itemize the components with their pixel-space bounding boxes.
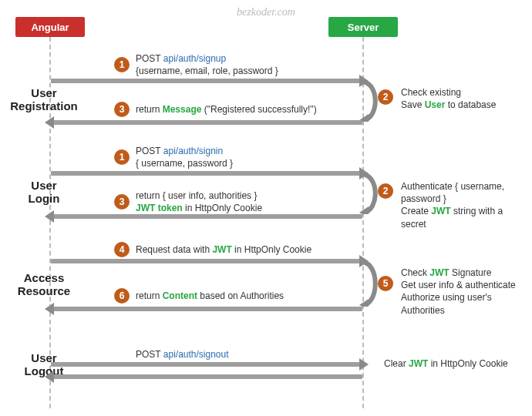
arrow-10-signout [51,362,362,367]
step-5-l2a: Create [401,206,431,216]
step-9-msg: return Content based on Authorities [136,290,359,302]
step-11-msg: Clear JWT in HttpOnly Cookie [384,357,526,370]
participant-angular: Angular [15,17,85,37]
participant-server: Server [328,17,398,37]
step-7-c: in HttpOnly Cookie [232,244,311,255]
step-1-body: {username, email, role, password } [136,65,278,76]
step-2-l2a: Save [401,99,425,110]
step-1-msg: POST api/auth/signup {username, email, r… [136,52,359,77]
step-badge-3: 3 [114,102,130,117]
step-5-l1: Authenticate { username, password } [401,181,504,204]
step-7-b: JWT [212,244,231,255]
step-badge-6: 6 [114,288,130,304]
step-9-a: return [136,290,163,301]
step-3-a: return [136,104,163,115]
step-3-b: Message [163,104,202,115]
watermark: bezkoder.com [237,6,295,18]
step-7-a: Request data with [136,244,212,255]
step-8-l1b: JWT [429,267,449,278]
step-badge-5: 5 [378,276,393,291]
step-badge-4: 4 [114,242,130,257]
step-1-path: api/auth/signup [163,53,226,64]
step-badge-login-3: 3 [114,194,130,210]
step-9-b: Content [163,290,197,301]
step-2-l2c: to database [445,99,496,110]
svg-marker-1 [359,206,369,214]
arrow-1-signup [51,79,362,83]
step-10-verb: POST [136,349,163,360]
step-4-msg: POST api/auth/signin { username, passwor… [136,145,359,169]
arrow-9-return [51,307,362,311]
arrow-11-return [51,374,362,379]
step-badge-2: 2 [378,89,393,105]
step-8-l2: Get user info & authenticate [401,280,516,290]
arrow-3-return [51,120,362,125]
arrow-6-return [51,214,362,219]
step-5-msg: Authenticate { username, password } Crea… [401,180,526,230]
step-11-c: in HttpOnly Cookie [428,358,507,369]
step-9-c: based on Authorities [197,290,284,301]
step-6-msg: return { user info, authorities } JWT to… [136,190,359,214]
svg-marker-2 [359,299,369,307]
step-8-l3: Authorize using user's Authorities [401,292,492,315]
step-8-msg: Check JWT Signature Get user info & auth… [401,267,526,317]
step-7-msg: Request data with JWT in HttpOnly Cookie [136,243,359,256]
step-badge-1: 1 [114,57,130,72]
step-4-path: api/auth/signin [163,146,223,156]
step-5-l2b: JWT [431,206,450,216]
step-2-msg: Check existing Save User to database [401,86,526,111]
step-6-l2b: in HttpOnly Cookie [183,203,262,213]
step-badge-login-1: 1 [114,149,130,165]
step-6-l2a: JWT token [136,203,183,213]
section-login: UserLogin [2,179,86,206]
step-8-l1c: Signature [450,267,492,278]
step-4-verb: POST [136,146,163,156]
step-badge-login-2: 2 [378,183,393,199]
step-8-l1a: Check [401,267,429,278]
arrow-7-request [51,259,362,263]
step-2-l1: Check existing [401,87,461,98]
step-4-body: { username, password } [136,158,233,169]
step-11-a: Clear [384,358,409,369]
step-1-verb: POST [136,53,163,64]
arrow-4-signin [51,171,362,176]
step-3-c: ("Registered successfully!") [201,104,316,115]
step-11-b: JWT [409,358,428,369]
step-10-msg: POST api/auth/signout [136,348,359,361]
step-3-msg: return Message ("Registered successfully… [136,103,359,116]
step-2-l2b: User [425,99,446,110]
section-registration: UserRegistration [2,86,86,113]
section-access: AccessResource [2,271,86,298]
step-6-l1: return { user info, authorities } [136,190,257,201]
step-10-path: api/auth/signout [163,349,229,360]
